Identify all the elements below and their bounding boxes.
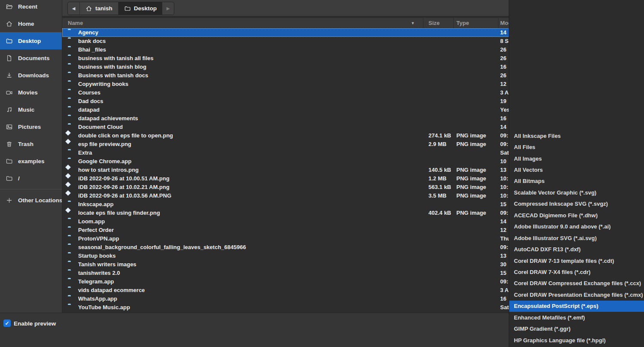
filetype-option-all-inkscape-files[interactable]: All Inkscape Files xyxy=(509,130,644,141)
file-name: seasonal_background_colorful_falling_lea… xyxy=(78,243,246,252)
sidebar-item-movies[interactable]: Movies xyxy=(0,84,62,101)
filetype-option-adobe-illustrator-9-0-and-above-ai[interactable]: Adobe Illustrator 9.0 and above (*.ai) xyxy=(509,221,644,232)
file-modified: 09: xyxy=(500,209,508,217)
filetype-option-hp-graphics-language-file-hpgl[interactable]: HP Graphics Language file (*.hpgl) xyxy=(509,335,644,346)
file-type: PNG image xyxy=(456,166,486,174)
sidebar-item-examples[interactable]: examples xyxy=(0,152,62,170)
filetype-option-autocad-dxf-r13-dxf[interactable]: AutoCAD DXF R13 (*.dxf) xyxy=(509,244,644,255)
breadcrumb-desktop[interactable]: Desktop xyxy=(118,2,162,15)
trash-icon xyxy=(6,140,13,148)
file-name: locate eps file using finder.png xyxy=(78,209,160,217)
breadcrumb: ◀ tanish Desktop ▶ xyxy=(67,2,174,15)
file-name: Loom.app xyxy=(78,217,105,226)
file-name: datapad achievements xyxy=(78,114,138,123)
sidebar-item-desktop[interactable]: Desktop xyxy=(0,32,62,49)
file-modified: 10: xyxy=(500,192,508,200)
sidebar-item-downloads[interactable]: Downloads xyxy=(0,67,62,84)
sidebar-item-trash[interactable]: Trash xyxy=(0,135,62,152)
forward-icon: ▶ xyxy=(167,6,170,11)
filetype-option-all-bitmaps[interactable]: All Bitmaps xyxy=(509,176,644,187)
filetype-option-encapsulated-postscript-eps[interactable]: Encapsulated PostScript (*.eps) xyxy=(509,301,644,312)
filetype-option-corel-draw-presentation-exchange-files-cmx[interactable]: Corel DRAW Presentation Exchange files (… xyxy=(509,289,644,300)
file-modified: 19 xyxy=(500,97,506,106)
column-divider xyxy=(423,18,423,28)
breadcrumb-tanish[interactable]: tanish xyxy=(79,2,118,15)
file-modified: Sat xyxy=(500,149,509,157)
file-name: Courses xyxy=(78,88,100,97)
file-name: WhatsApp.app xyxy=(78,295,117,303)
column-header-size[interactable]: Size xyxy=(428,18,440,28)
file-size: 274.1 kB xyxy=(428,131,451,140)
column-divider xyxy=(453,18,454,28)
filetype-option-gimp-gradient-ggr[interactable]: GIMP Gradient (*.ggr) xyxy=(509,323,644,334)
filetype-option-adobe-illustrator-svg-ai-svg[interactable]: Adobe Illustrator SVG (*.ai.svg) xyxy=(509,232,644,244)
file-name: iDB 2022-09-26 at 10.02.21 AM.png xyxy=(78,183,170,192)
filetype-option-compressed-inkscape-svg-svgz[interactable]: Compressed Inkscape SVG (*.svgz) xyxy=(509,198,644,210)
file-modified: 12 xyxy=(500,226,506,234)
back-icon: ◀ xyxy=(72,6,76,11)
plus-icon xyxy=(6,197,13,204)
file-type: PNG image xyxy=(456,209,486,217)
file-name: business with tanish blog xyxy=(78,63,146,71)
enable-preview-checkbox[interactable]: ✓ xyxy=(3,320,11,327)
filetype-option-corel-draw-7-13-template-files-cdt[interactable]: Corel DRAW 7-13 template files (*.cdt) xyxy=(509,255,644,266)
file-modified: 13 xyxy=(500,252,506,260)
file-size: 1.2 MB xyxy=(428,174,447,183)
file-size: 563.1 kB xyxy=(428,183,451,192)
filetype-option-scalable-vector-graphic-svg[interactable]: Scalable Vector Graphic (*.svg) xyxy=(509,187,644,198)
sidebar-item-pictures[interactable]: Pictures xyxy=(0,118,62,135)
filetype-option-corel-draw-7-x4-files-cdr[interactable]: Corel DRAW 7-X4 files (*.cdr) xyxy=(509,266,644,277)
file-modified: 14 xyxy=(500,28,506,37)
pictures-icon xyxy=(6,123,13,131)
file-name: esp file preview.png xyxy=(78,140,131,149)
file-modified: 26 xyxy=(500,71,506,80)
file-modified: 09: xyxy=(500,277,508,286)
file-modified: 8 S xyxy=(500,37,509,46)
sidebar-item-music[interactable]: Music xyxy=(0,101,62,118)
file-size: 3.5 MB xyxy=(428,192,447,200)
column-header-name[interactable]: Name xyxy=(68,18,83,28)
file-modified: 15 xyxy=(500,200,506,209)
file-modified: 15 xyxy=(500,269,506,277)
file-type: PNG image xyxy=(456,183,486,192)
filetype-option-acecad-digimemo-file-dhw[interactable]: ACECAD Digimemo File (*.dhw) xyxy=(509,210,644,221)
filetype-option-all-images[interactable]: All Images xyxy=(509,153,644,164)
filetype-option-corel-draw-compressed-exchange-files-ccx[interactable]: Corel DRAW Compressed Exchange files (*.… xyxy=(509,278,644,289)
file-type: PNG image xyxy=(456,140,486,149)
filetype-option-enhanced-metafiles-emf[interactable]: Enhanced Metafiles (*.emf) xyxy=(509,312,644,323)
folder-icon xyxy=(6,37,13,45)
checkmark-icon: ✓ xyxy=(5,320,9,326)
file-open-dialog: Recent Home Desktop Documents Downloads … xyxy=(0,0,644,347)
file-modified: 09: xyxy=(500,243,508,252)
home-icon xyxy=(6,20,13,27)
file-modified: 3 A xyxy=(500,286,509,295)
sidebar-item-other-locations[interactable]: Other Locations xyxy=(0,192,62,209)
file-name: business with tanish all files xyxy=(78,54,154,63)
back-button[interactable]: ◀ xyxy=(68,2,79,15)
sidebar-item-home[interactable]: Home xyxy=(0,15,62,32)
music-icon xyxy=(6,106,13,113)
sidebar-separator xyxy=(0,189,62,189)
filetype-option-all-files[interactable]: All Files xyxy=(509,141,644,152)
filetype-option-all-vectors[interactable]: All Vectors xyxy=(509,164,644,175)
forward-button[interactable]: ▶ xyxy=(162,2,174,15)
file-name: Perfect Order xyxy=(78,226,114,234)
file-name: double click on eps file to open.png xyxy=(78,131,173,140)
column-header-type[interactable]: Type xyxy=(456,18,469,28)
file-size: 402.4 kB xyxy=(428,209,451,217)
sidebar-item-recent[interactable]: Recent xyxy=(0,0,62,15)
file-name: iDB 2022-09-26 at 10.00.51 AM.png xyxy=(78,174,170,183)
file-modified: 3 A xyxy=(500,88,509,97)
folder-icon xyxy=(6,158,13,165)
movies-icon xyxy=(6,89,13,96)
file-modified: 10: xyxy=(500,183,508,192)
file-name: Startup books xyxy=(78,252,115,260)
sidebar-item-documents[interactable]: Documents xyxy=(0,49,62,67)
file-modified: 10: xyxy=(500,174,508,183)
sidebar-item-root[interactable]: / xyxy=(0,170,62,187)
sort-descending-icon: ▼ xyxy=(411,18,415,28)
file-name: Bhai _files xyxy=(78,46,106,54)
folder-icon xyxy=(6,175,13,182)
file-name: Agency xyxy=(78,28,98,37)
file-name: tanishwrites 2.0 xyxy=(78,269,120,277)
